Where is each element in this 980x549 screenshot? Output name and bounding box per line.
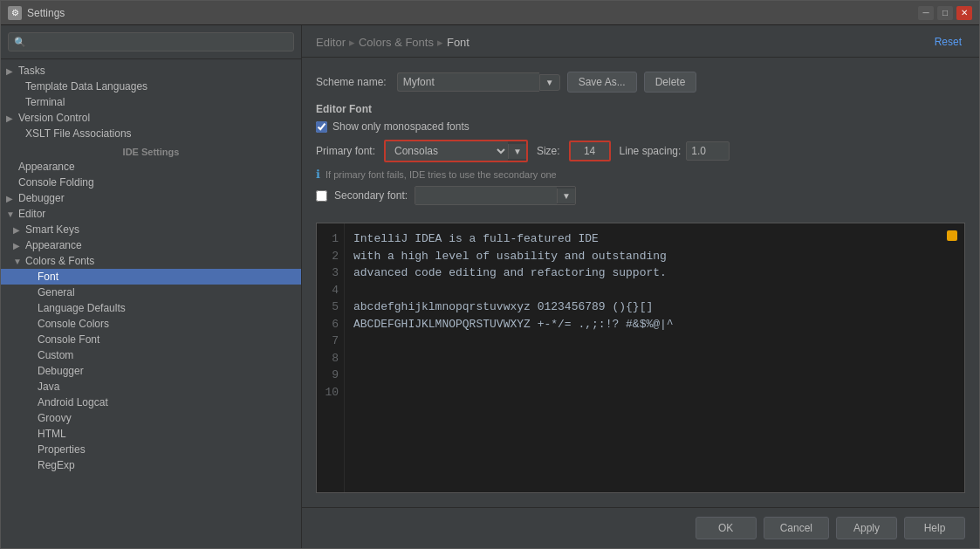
search-input[interactable]	[30, 36, 288, 48]
delete-button[interactable]: Delete	[644, 72, 697, 93]
line-num-3: 3	[324, 264, 339, 282]
secondary-font-checkbox[interactable]	[316, 190, 327, 202]
scheme-select-wrap: ▼	[397, 72, 560, 92]
apply-button[interactable]: Apply	[836, 517, 897, 539]
ide-settings-header: IDE Settings	[1, 141, 301, 159]
sidebar-item-version-control[interactable]: ▶Version Control	[1, 110, 301, 126]
search-icon: 🔍	[14, 37, 26, 48]
info-icon: ℹ	[316, 168, 320, 181]
breadcrumb-part3: Font	[447, 36, 469, 49]
line-num-2: 2	[324, 248, 339, 265]
monospace-checkbox-row: Show only monospaced fonts	[316, 120, 965, 133]
monospace-checkbox[interactable]	[316, 121, 327, 133]
sidebar-item-console-colors[interactable]: Console Colors	[1, 316, 301, 332]
primary-font-dropdown-button[interactable]: ▼	[508, 144, 526, 159]
line-num-10: 10	[324, 384, 339, 401]
primary-font-select[interactable]: Consolas	[386, 141, 508, 161]
line-num-5: 5	[324, 299, 339, 316]
reset-button[interactable]: Reset	[931, 34, 965, 50]
primary-font-select-wrap: Consolas ▼	[384, 140, 528, 162]
breadcrumb-part2: Colors & Fonts	[359, 36, 434, 49]
settings-window: ⚙ Settings ─ □ ✕ 🔍 ▶Tasks Template Data …	[0, 0, 980, 549]
scheme-row: Scheme name: ▼ Save As... Delete	[316, 72, 965, 93]
secondary-font-label: Secondary font:	[334, 189, 408, 202]
sidebar-item-console-font[interactable]: Console Font	[1, 332, 301, 347]
sidebar-item-groovy[interactable]: Groovy	[1, 410, 301, 426]
title-bar: ⚙ Settings ─ □ ✕	[1, 1, 979, 25]
sidebar-item-font[interactable]: Font	[1, 269, 301, 285]
line-num-7: 7	[324, 333, 339, 350]
sidebar-item-tasks[interactable]: ▶Tasks	[1, 63, 301, 79]
info-text: If primary font fails, IDE tries to use …	[326, 169, 557, 180]
secondary-font-dropdown-button[interactable]: ▼	[557, 189, 575, 203]
line-num-9: 9	[324, 367, 339, 384]
sidebar-item-android-logcat[interactable]: Android Logcat	[1, 395, 301, 410]
sidebar-item-appearance2[interactable]: ▶Appearance	[1, 237, 301, 253]
sidebar-tree: ▶Tasks Template Data Languages Terminal …	[1, 59, 301, 548]
sidebar-item-html[interactable]: HTML	[1, 426, 301, 442]
line-num-8: 8	[324, 350, 339, 367]
scheme-dropdown-button[interactable]: ▼	[539, 74, 560, 91]
line-spacing-input[interactable]	[686, 141, 730, 161]
help-button[interactable]: Help	[904, 517, 965, 539]
line-spacing-wrap: Line spacing:	[620, 141, 730, 161]
maximize-button[interactable]: □	[937, 6, 953, 20]
sidebar-item-xslt[interactable]: XSLT File Associations	[1, 126, 301, 141]
expand-icon: ▶	[6, 113, 18, 123]
line-numbers: 1 2 3 4 5 6 7 8 9 10	[317, 223, 345, 492]
expand-icon: ▶	[6, 194, 18, 203]
expand-icon: ▼	[6, 209, 18, 219]
sidebar-item-properties[interactable]: Properties	[1, 442, 301, 457]
preview-code: IntelliJ IDEA is a full-featured IDE wit…	[345, 223, 964, 492]
line-num-4: 4	[324, 282, 339, 299]
title-bar-left: ⚙ Settings	[8, 6, 65, 20]
panel-body: Scheme name: ▼ Save As... Delete Editor …	[302, 58, 979, 507]
minimize-button[interactable]: ─	[918, 6, 934, 20]
cancel-button[interactable]: Cancel	[764, 517, 829, 539]
editor-font-section: Editor Font Show only monospaced fonts P…	[316, 103, 965, 212]
sidebar-item-appearance[interactable]: Appearance	[1, 159, 301, 175]
line-num-1: 1	[324, 230, 339, 248]
secondary-font-input[interactable]	[415, 187, 557, 204]
save-as-button[interactable]: Save As...	[567, 72, 637, 93]
monospace-label: Show only monospaced fonts	[332, 120, 469, 133]
title-bar-controls: ─ □ ✕	[918, 6, 972, 20]
sidebar-item-colors-fonts[interactable]: ▼Colors & Fonts	[1, 253, 301, 269]
breadcrumb-part1: Editor	[316, 36, 346, 49]
line-num-6: 6	[324, 316, 339, 333]
expand-icon: ▼	[13, 257, 25, 266]
sidebar-item-smart-keys[interactable]: ▶Smart Keys	[1, 222, 301, 237]
scheme-name-input[interactable]	[397, 72, 539, 92]
expand-icon: ▶	[13, 225, 25, 235]
ok-button[interactable]: OK	[696, 517, 757, 539]
sidebar-item-editor[interactable]: ▼Editor	[1, 206, 301, 222]
breadcrumb-sep1: ▸	[349, 36, 355, 49]
font-controls-row: Primary font: Consolas ▼ Size: L	[316, 140, 965, 162]
size-input[interactable]	[571, 142, 609, 160]
expand-icon: ▶	[6, 66, 18, 76]
sidebar-item-console-folding[interactable]: Console Folding	[1, 175, 301, 190]
sidebar-item-language-defaults[interactable]: Language Defaults	[1, 300, 301, 316]
expand-icon: ▶	[13, 241, 25, 250]
sidebar-item-regexp[interactable]: RegExp	[1, 457, 301, 473]
breadcrumb-sep2: ▸	[437, 36, 443, 49]
sidebar-item-terminal[interactable]: Terminal	[1, 94, 301, 110]
right-panel: Editor ▸ Colors & Fonts ▸ Font Reset Sch…	[302, 25, 979, 548]
search-input-wrap: 🔍	[8, 32, 294, 51]
main-content: 🔍 ▶Tasks Template Data Languages Termina…	[1, 25, 979, 548]
primary-font-label: Primary font:	[316, 145, 375, 157]
sidebar-item-general[interactable]: General	[1, 285, 301, 300]
sidebar-item-custom[interactable]: Custom	[1, 347, 301, 363]
preview-area: 1 2 3 4 5 6 7 8 9 10 IntelliJ IDEA is a …	[316, 223, 965, 493]
window-title: Settings	[27, 7, 65, 19]
scheme-label: Scheme name:	[316, 76, 387, 88]
sidebar-item-debugger2[interactable]: Debugger	[1, 363, 301, 379]
sidebar-item-debugger[interactable]: ▶Debugger	[1, 190, 301, 206]
settings-icon: ⚙	[8, 6, 22, 20]
close-button[interactable]: ✕	[956, 6, 972, 20]
size-label: Size:	[537, 145, 560, 157]
sidebar-item-template-data-languages[interactable]: Template Data Languages	[1, 79, 301, 94]
line-spacing-label: Line spacing:	[620, 145, 682, 157]
sidebar: 🔍 ▶Tasks Template Data Languages Termina…	[1, 25, 302, 548]
sidebar-item-java[interactable]: Java	[1, 379, 301, 395]
